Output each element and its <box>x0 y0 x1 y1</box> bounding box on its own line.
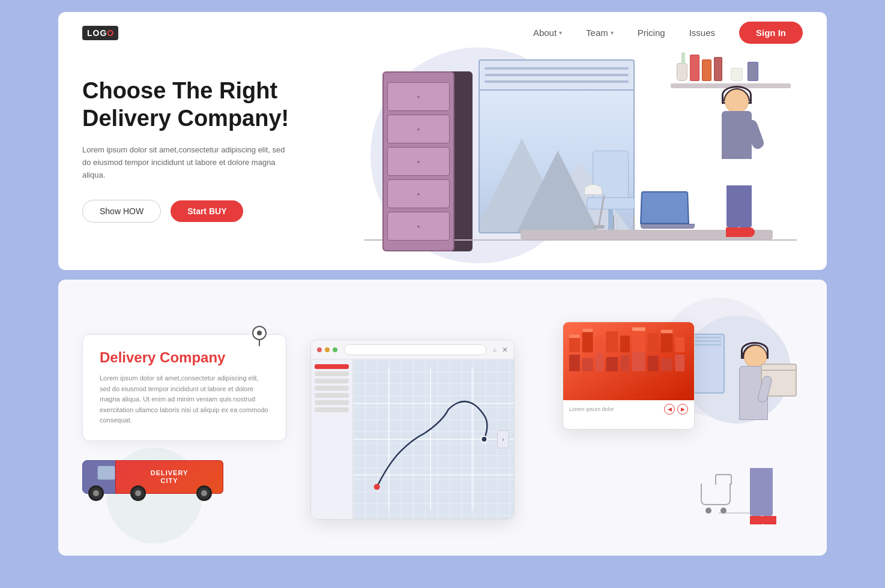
shelf-book-3 <box>714 57 722 81</box>
city3d-controls: ◀ ▶ <box>664 404 688 415</box>
truck-wheel-3 <box>196 485 212 501</box>
map-section: ⌕ ✕ <box>310 304 683 532</box>
logo-highlight: O <box>107 28 113 38</box>
svg-rect-18 <box>569 355 580 371</box>
shelf-book-4 <box>748 62 758 81</box>
navbar: LOG O About ▾ Team ▾ Pricing Issues Sign… <box>58 12 827 53</box>
svg-rect-29 <box>632 328 645 331</box>
svg-rect-17 <box>675 337 684 352</box>
nav-links: About ▾ Team ▾ Pricing Issues <box>533 28 715 38</box>
location-pin-icon <box>251 326 268 346</box>
blind-strip <box>485 67 629 70</box>
lamp-head <box>584 184 602 195</box>
city3d-text: Lorem ipsum dolor <box>569 406 614 413</box>
map-next-button[interactable]: › <box>497 430 509 448</box>
truck-wheel-1 <box>88 485 104 501</box>
nav-pricing[interactable]: Pricing <box>638 28 665 38</box>
chevron-down-icon: ▾ <box>611 29 614 36</box>
chevron-down-icon: ▾ <box>559 29 562 36</box>
blind-strip <box>485 80 629 83</box>
city3d-next-button[interactable]: ▶ <box>677 404 688 415</box>
browser-window: ⌕ ✕ <box>310 340 515 520</box>
city3d-card: Lorem ipsum dolor ◀ ▶ <box>563 322 695 430</box>
shelf-book-1 <box>690 55 699 81</box>
laptop-screen <box>640 191 689 224</box>
nav-issues[interactable]: Issues <box>689 28 715 38</box>
shelf-flower <box>681 52 685 64</box>
pin-circle <box>252 326 267 340</box>
truck-wheel-2 <box>130 485 146 501</box>
hero-title: Choose The Right Delivery Company! <box>82 77 334 132</box>
map-sidebar <box>311 359 353 519</box>
svg-rect-11 <box>596 337 604 352</box>
lamp-arm <box>598 195 605 225</box>
truck-logo-2: CITY <box>160 477 178 485</box>
city3d-image <box>563 322 694 400</box>
truck-logo-1: DELIVERY <box>151 469 189 477</box>
svg-rect-26 <box>675 355 684 371</box>
shelf-items <box>677 52 758 83</box>
show-how-button[interactable]: Show HOW <box>82 200 161 223</box>
logo-text: LOG <box>87 28 107 38</box>
shelf-vase <box>677 63 687 81</box>
hero-illustration <box>334 65 803 269</box>
character <box>689 83 773 239</box>
shelf-book-2 <box>702 59 711 81</box>
svg-rect-15 <box>648 333 659 352</box>
truck-container: DELIVERY CITY <box>82 453 310 501</box>
browser-url-bar[interactable] <box>344 344 486 355</box>
svg-rect-25 <box>661 358 673 371</box>
svg-rect-14 <box>632 328 645 353</box>
svg-rect-12 <box>606 331 618 352</box>
delivery-card-section: Delivery Company Lorem ipsum dolor sit a… <box>82 334 310 501</box>
filing-cabinet <box>382 71 455 251</box>
map-sidebar-item <box>315 386 349 391</box>
svg-rect-21 <box>606 357 618 371</box>
delivery-card-text: Lorem ipsum dolor sit amet,consectetur a… <box>100 373 269 426</box>
drawer-1 <box>387 82 450 111</box>
delivery-truck: DELIVERY CITY <box>82 453 238 501</box>
svg-point-6 <box>374 484 380 490</box>
hero-content: Choose The Right Delivery Company! Lorem… <box>58 53 827 269</box>
svg-rect-19 <box>582 358 593 371</box>
svg-rect-23 <box>632 352 645 371</box>
map-main: › <box>353 359 514 519</box>
sign-in-button[interactable]: Sign In <box>739 22 803 44</box>
search-icon: ⌕ <box>493 346 497 353</box>
drawer-4 <box>387 179 450 208</box>
pin-tail <box>259 340 261 346</box>
map-sidebar-item <box>315 400 349 405</box>
logo[interactable]: LOG O <box>82 26 118 40</box>
nav-team[interactable]: Team ▾ <box>586 28 614 38</box>
svg-rect-22 <box>620 355 630 371</box>
truck-windshield <box>97 466 115 480</box>
map-sidebar-item <box>315 379 349 383</box>
hero-buttons: Show HOW Start BUY <box>82 200 334 223</box>
delivery-section: Delivery Company Lorem ipsum dolor sit a… <box>58 280 827 556</box>
start-buy-button[interactable]: Start BUY <box>171 200 243 222</box>
nav-about[interactable]: About ▾ <box>533 28 562 38</box>
laptop-base <box>641 224 695 229</box>
svg-rect-27 <box>569 334 580 338</box>
browser-dot-green <box>333 347 337 352</box>
svg-point-7 <box>481 436 487 442</box>
hero-description: Lorem ipsum dolor sit amet,consectetur a… <box>82 144 286 181</box>
browser-topbar: ⌕ ✕ <box>311 340 514 359</box>
city3d-prev-button[interactable]: ◀ <box>664 404 675 415</box>
delivery-card: Delivery Company Lorem ipsum dolor sit a… <box>82 334 286 441</box>
drawer-3 <box>387 147 450 176</box>
window-blind <box>480 61 633 91</box>
hero-section: LOG O About ▾ Team ▾ Pricing Issues Sign… <box>58 12 827 270</box>
map-sidebar-item <box>315 407 349 412</box>
char-leg-2 <box>739 185 752 227</box>
close-icon: ✕ <box>502 346 508 354</box>
map-sidebar-item <box>315 393 349 398</box>
city3d-footer: Lorem ipsum dolor ◀ ▶ <box>563 400 694 418</box>
svg-rect-28 <box>582 329 593 332</box>
char-body <box>722 111 752 159</box>
p2-leg-1 <box>750 468 762 516</box>
browser-dot-yellow <box>325 347 330 352</box>
laptop <box>641 191 695 229</box>
person-section <box>683 304 803 532</box>
svg-rect-13 <box>620 335 630 352</box>
